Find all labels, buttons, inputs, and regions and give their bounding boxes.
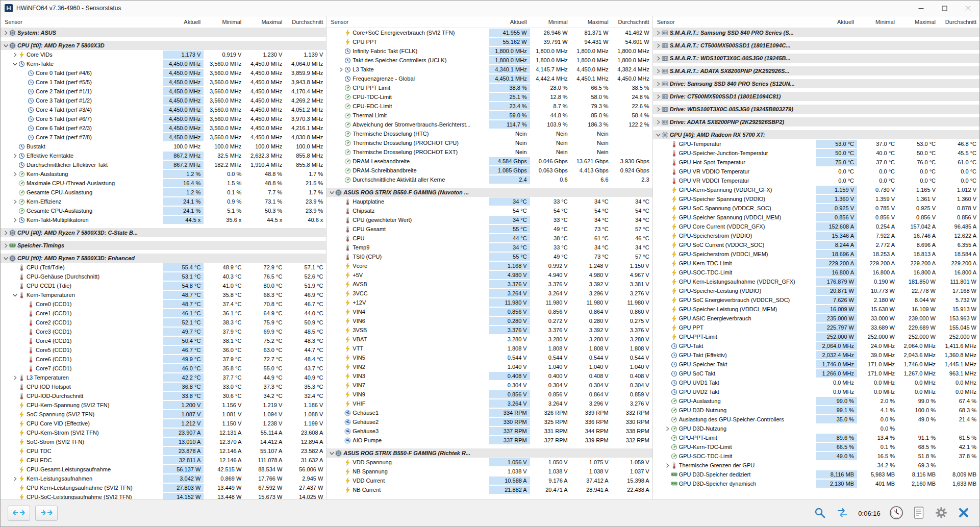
sensor-row[interactable]: Auslastung des GPU-Speicher-Controllers3…: [653, 415, 979, 424]
sensor-row[interactable]: Core2 (CCD1)52.1 °C38.3 °C75.9 °C50.9 °C: [1, 318, 326, 327]
report-button[interactable]: [910, 505, 927, 522]
sensor-row[interactable]: CPU44 °C38 °C61 °C46 °C: [326, 234, 652, 243]
sensor-row[interactable]: DRAM-Schreibbandbreite1.085 Gbps0.063 Gb…: [326, 166, 652, 175]
section-row[interactable]: Drive: Samsung SSD 840 PRO Series (S12UN…: [653, 79, 979, 88]
sensor-row[interactable]: Infinity Fabric Takt (FCLK)1,800.0 MHz1,…: [326, 46, 652, 56]
section-row[interactable]: CPU [#0]: AMD Ryzen 7 5800X3D: C-State B…: [1, 228, 326, 237]
sensor-row[interactable]: Bustakt100.0 MHz100.0 MHz100.0 MHz100.0 …: [1, 142, 326, 151]
search-button[interactable]: [811, 505, 828, 522]
chevron-right-icon[interactable]: [655, 94, 662, 99]
sensor-row[interactable]: GPU SoC Takt1,266.0 MHz171.0 MHz1,267.0 …: [653, 369, 979, 378]
sensor-row[interactable]: NB Spannung1.038 V1.038 V1.038 V1.037 V: [326, 467, 652, 476]
chevron-down-icon[interactable]: [329, 451, 335, 456]
sensor-row[interactable]: GPU UVD1 Takt0.0 MHz0.0 MHz0.0 MHz0.0 MH…: [653, 378, 979, 387]
maximize-button[interactable]: [933, 1, 956, 16]
sensor-row[interactable]: CPU-EDC-Limit23.4 %8.7 %79.3 %22.6 %: [326, 102, 652, 111]
sensor-row[interactable]: GPU-Speicher Spannung (VDDIO)1.360 V1.35…: [653, 194, 979, 204]
settings-button[interactable]: [933, 505, 950, 522]
sensor-row[interactable]: GPU-Takt (Effektiv)2,032.4 MHz39.0 MHz2,…: [653, 350, 979, 360]
chevron-right-icon[interactable]: [655, 43, 662, 48]
sensor-row[interactable]: Gehäuse1334 RPM326 RPM339 RPM332 RPM: [326, 408, 652, 417]
sensor-row[interactable]: CPU PPT55.162 W39.791 W94.431 W54.601 W: [326, 37, 652, 46]
sensor-row[interactable]: CPU-Kern-Strom (SVI2 TFN)23.907 A12.131 …: [1, 428, 326, 437]
sensor-row[interactable]: AIO Pumpe337 RPM327 RPM339 RPM332 RPM: [326, 436, 652, 445]
sensor-row[interactable]: Durchschnittlicher Effektiver Takt867.2 …: [1, 160, 326, 169]
sensor-row[interactable]: GPU D3D-Nutzung99.1 %4.1 %100.0 %68.3 %: [653, 406, 979, 415]
sensor-row[interactable]: Thermal Limit59.0 %44.8 %85.0 %58.4 %: [326, 111, 652, 120]
sensor-row[interactable]: GPU-Kern-TDC-Limit66.5 %0.1 %68.5 %42.1 …: [653, 442, 979, 451]
sensor-row[interactable]: VIN60.280 V0.272 V0.280 V0.275 V: [326, 316, 652, 325]
sensor-row[interactable]: DRAM-Lesebandbreite4.584 Gbps0.046 Gbps1…: [326, 157, 652, 166]
sensor-row[interactable]: VBAT3.280 V3.280 V3.280 V3.280 V: [326, 335, 652, 344]
sensor-row[interactable]: TSI0 (CPU)55 °C49 °C73 °C57 °C: [326, 252, 652, 261]
sensor-row[interactable]: CPU-SoC-Leistungsaufnahme (SVI2 TFN)14.1…: [1, 492, 326, 499]
sensor-row[interactable]: GPU D3D-Speicher dynamisch2,130 MB401 MB…: [653, 479, 979, 488]
sensor-row[interactable]: CPU-Gesamt-Leistungsaufnahme56.137 W42.5…: [1, 465, 326, 474]
sensor-row[interactable]: CPU-TDC-Limit25.1 %12.8 %58.0 %24.8 %: [326, 92, 652, 102]
sensor-row[interactable]: GPU UVD2 Takt0.0 MHz0.0 MHz0.0 MHz0.0 MH…: [653, 387, 979, 396]
chevron-right-icon[interactable]: [664, 426, 671, 431]
sensor-row[interactable]: Effektive Kerntakte867.2 MHz32.5 MHz2,63…: [1, 151, 326, 160]
sensor-row[interactable]: Core 3 Takt (perf #1/2)4,450.0 MHz3,560.…: [1, 96, 326, 105]
chevron-right-icon[interactable]: [12, 218, 18, 222]
sensor-row[interactable]: GPU-SOC-TDC-Limit16.800 A16.800 A16.800 …: [653, 268, 979, 277]
sensor-row[interactable]: Gehäuse3337 RPM331 RPM344 RPM338 RPM: [326, 426, 652, 436]
minimize-button[interactable]: [909, 1, 933, 16]
chevron-down-icon[interactable]: [3, 43, 9, 48]
sensor-row[interactable]: GPU SoC Energieverbrauch (VDDCR_SOC)7.62…: [653, 295, 979, 305]
section-row[interactable]: ASUS ROG STRIX B550-F GAMING (Nuvoton ..…: [326, 188, 652, 197]
sensor-row[interactable]: GPU SoC Current (VDDCR_SOC)8.244 A2.772 …: [653, 240, 979, 249]
section-row[interactable]: S.M.A.R.T.: CT500MX500SSD1 (1801E1094C..…: [653, 41, 979, 50]
sensor-row[interactable]: Gehäuse2330 RPM325 RPM336 RPM330 RPM: [326, 417, 652, 426]
sensor-row[interactable]: VHIF3.264 V3.264 V3.296 V3.276 V: [326, 399, 652, 408]
sensor-row[interactable]: GPU D3D-Speicher dediziert8,116 MB5,983 …: [653, 470, 979, 479]
sensor-row[interactable]: GPU-Speicher-Leistung (VDDIO)20.871 W10.…: [653, 286, 979, 295]
sensor-row[interactable]: GPU SoC Spannung (VDDCR_SOC)0.925 V0.785…: [653, 204, 979, 213]
clock-button[interactable]: [888, 505, 905, 522]
sensor-row[interactable]: VIN90.856 V0.856 V0.864 V0.859 V: [326, 390, 652, 399]
sensor-row[interactable]: GPU-Auslastung99.0 %2.0 %99.0 %67.4 %: [653, 396, 979, 406]
sensor-row[interactable]: GPU-Takt2,064.0 MHz24.0 MHz2,064.0 MHz1,…: [653, 341, 979, 350]
chevron-down-icon[interactable]: [12, 62, 18, 66]
sensor-row[interactable]: Core4 (CCD1)50.4 °C38.1 °C75.2 °C48.3 °C: [1, 336, 326, 345]
section-row[interactable]: Drive: CT500MX500SSD1 (1801E1094C81): [653, 92, 979, 101]
sensor-row[interactable]: VDD Current10.588 A9.176 A37.412 A15.398…: [326, 476, 652, 485]
sensor-row[interactable]: Core 4 Takt (perf #3/4)4,450.0 MHz3,560.…: [1, 105, 326, 114]
sensor-row[interactable]: Core 1 Takt (perf #5/5)4,450.0 MHz3,560.…: [1, 78, 326, 87]
section-row[interactable]: Speicher-Timings: [1, 241, 326, 250]
sensor-row[interactable]: Core 5 Takt (perf #6/7)4,450.0 MHz3,560.…: [1, 114, 326, 123]
sensor-row[interactable]: GPU-Kern-Spannung (VDDCR_GFX)1.159 V0.73…: [653, 185, 979, 194]
section-row[interactable]: ASUS ROG STRIX B550-F GAMING (Richtek R.…: [326, 448, 652, 458]
sensor-row[interactable]: VDD Spannung1.056 V1.050 V1.075 V1.059 V: [326, 458, 652, 467]
sensor-row[interactable]: CPU Core VID (Effective)1.212 V1.150 V1.…: [1, 419, 326, 428]
sensor-row[interactable]: 3VSB3.376 V3.376 V3.392 V3.376 V: [326, 325, 652, 335]
sensor-row[interactable]: Thermische Drosselung (HTC)NeinNeinNein: [326, 129, 652, 138]
sensor-row[interactable]: SoC Spannung (SVI2 TFN)1.087 V1.081 V1.0…: [1, 410, 326, 419]
sensor-row[interactable]: SoC-Strom (SVI2 TFN)13.010 A12.370 A14.4…: [1, 437, 326, 446]
sensor-row[interactable]: Kern-Temperaturen48.7 °C35.8 °C68.3 °C46…: [1, 290, 326, 299]
sensor-row[interactable]: Durchschnittliche Aktivität aller Kerne2…: [326, 175, 652, 184]
sensor-row[interactable]: Chipsatz54 °C54 °C54 °C54 °C: [326, 206, 652, 215]
sensor-row[interactable]: GPU Core Current (VDDCR_GFX)152.608 A0.2…: [653, 222, 979, 231]
sensor-row[interactable]: Gesamte CPU-Auslastung1.2 %0.1 %7.7 %1.7…: [1, 188, 326, 197]
sensor-row[interactable]: CPU Kern-Leistungsaufnahme (SVI2 TFN)27.…: [1, 483, 326, 492]
sensor-row[interactable]: L3 Takte4,340.1 MHz4,145.7 MHz4,450.0 MH…: [326, 65, 652, 74]
sensor-row[interactable]: CPU (Tctl/Tdie)55.4 °C48.9 °C72.9 °C57.1…: [1, 263, 326, 272]
sensor-row[interactable]: Core VIDs1.173 V0.919 V1.230 V1.139 V: [1, 50, 326, 59]
close-button[interactable]: [956, 1, 979, 16]
sensor-row[interactable]: VTT1.808 V1.808 V1.808 V1.808 V: [326, 344, 652, 353]
sensor-row[interactable]: Thermische Grenzen der GPU34.2 %69.3 %: [653, 461, 979, 470]
sensor-row[interactable]: Core3 (CCD1)49.7 °C37.9 °C69.9 °C48.5 °C: [1, 327, 326, 336]
section-row[interactable]: Drive: WDS100T3X0C-00SJG0 (19245B803279): [653, 105, 979, 114]
sensor-row[interactable]: GPU-Temperatur53.0 °C37.0 °C53.0 °C46.8 …: [653, 139, 979, 148]
sensor-row[interactable]: NB Current21.882 A20.471 A28.941 A22.438…: [326, 485, 652, 494]
sensor-row[interactable]: Maximale CPU-/Thread-Auslastung16.4 %1.5…: [1, 179, 326, 188]
chevron-right-icon[interactable]: [12, 199, 18, 204]
sensor-row[interactable]: L3 Temperaturen42.2 °C37.7 °C44.9 °C40.9…: [1, 373, 326, 382]
sensor-row[interactable]: Frequenzgrenze - Global4,450.1 MHz4,442.…: [326, 74, 652, 83]
chevron-right-icon[interactable]: [12, 375, 18, 380]
sensor-row[interactable]: GPU-Speicher-Leistung (VDDCI_MEM)16.009 …: [653, 305, 979, 314]
section-row[interactable]: CPU [#0]: AMD Ryzen 7 5800X3D: [1, 41, 326, 50]
chevron-right-icon[interactable]: [12, 476, 18, 481]
chevron-right-icon[interactable]: [12, 172, 18, 177]
